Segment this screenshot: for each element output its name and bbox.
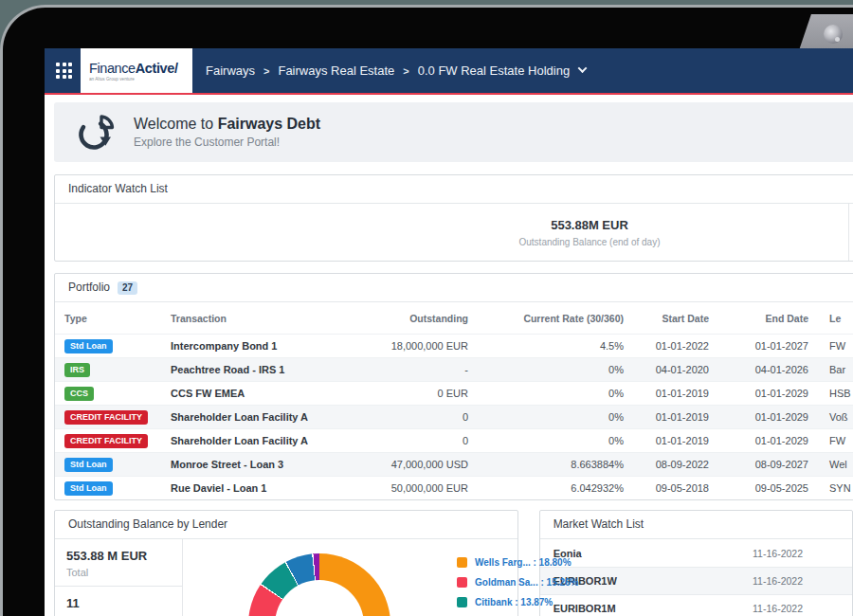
market-watch-list-card: Market Watch List Eonia11-16-2022EURIBOR…	[539, 510, 853, 616]
outstanding-value: 18,000,000 EUR	[351, 340, 468, 352]
table-row[interactable]: Std LoanRue Daviel - Loan 150,000,000 EU…	[55, 476, 853, 499]
legend-item[interactable]: Goldman Sa... : 15.26%	[457, 572, 578, 592]
transaction-name: CCS FW EMEA	[161, 388, 351, 399]
end-date: 04-01-2026	[709, 364, 808, 375]
lender-name: HSB	[808, 388, 853, 399]
lender-card-title: Outstanding Balance by Lender	[55, 511, 517, 539]
transaction-name: Shareholder Loan Facility A	[161, 435, 351, 446]
stat-divider	[55, 586, 182, 587]
legend-item[interactable]: Wells Farg... : 18.80%	[457, 553, 578, 572]
list-item[interactable]: EURIBOR1W11-16-2022	[540, 567, 852, 594]
end-date: 08-09-2027	[709, 459, 808, 470]
current-rate-value: 0%	[468, 435, 624, 446]
type-badge: CCS	[64, 387, 94, 401]
lender-name: Bar	[808, 364, 853, 375]
breadcrumb-item[interactable]: 0.0 FW Real Estate Holding	[418, 63, 570, 78]
lender-count: 11	[66, 596, 80, 610]
indicator-divider	[848, 204, 849, 261]
apps-grid-icon[interactable]	[56, 63, 72, 79]
market-index-date: 11-16-2022	[617, 575, 852, 587]
table-row[interactable]: CREDIT FACILITYShareholder Loan Facility…	[55, 405, 853, 428]
bezel-camera-panel	[793, 14, 853, 53]
portfolio-card: Portfolio 27 TypeTransactionOutstandingC…	[54, 273, 853, 500]
portfolio-column-header[interactable]: Start Date	[624, 313, 709, 324]
legend-item[interactable]: Citibank : 13.87%	[457, 592, 578, 612]
portfolio-count-badge: 27	[118, 281, 137, 295]
portfolio-column-header[interactable]: Le	[808, 313, 853, 324]
market-watch-list-body: Eonia11-16-2022EURIBOR1W11-16-2022EURIBO…	[540, 539, 852, 616]
chevron-down-icon[interactable]	[578, 63, 588, 73]
current-rate-value: 0%	[468, 411, 624, 423]
outstanding-balance-caption: Outstanding Balance (end of day)	[519, 237, 661, 247]
type-badge: Std Loan	[64, 458, 113, 472]
welcome-title: Welcome to Fairways Debt	[134, 116, 320, 133]
lender-stats-panel: 553.88 M EUR Total 11	[55, 539, 183, 616]
brand-tagline: an Altus Group venture	[89, 77, 164, 82]
lender-donut-chart[interactable]	[248, 553, 390, 616]
list-item[interactable]: Eonia11-16-2022	[540, 539, 852, 567]
type-badge: Std Loan	[64, 339, 113, 353]
transaction-name: Rue Daviel - Loan 1	[161, 482, 351, 494]
top-navbar: FinanceActive/ an Altus Group venture Fa…	[45, 48, 853, 93]
outstanding-balance-value: 553.88M EUR	[551, 218, 628, 232]
start-date: 01-01-2019	[624, 435, 709, 446]
indicator-watch-list-title: Indicator Watch List	[55, 175, 853, 204]
table-row[interactable]: Std LoanMonroe Street - Loan 347,000,000…	[55, 452, 853, 476]
transaction-name: Intercompany Bond 1	[161, 340, 351, 352]
portfolio-column-header[interactable]: Current Rate (30/360)	[468, 313, 624, 324]
outstanding-value: 0	[351, 435, 468, 446]
table-row[interactable]: IRSPeachtree Road - IRS 1-0%04-01-202004…	[55, 357, 853, 381]
welcome-text: Welcome to Fairways Debt Explore the Cus…	[134, 116, 320, 149]
legend-swatch-icon	[457, 577, 467, 588]
outstanding-value: 50,000,000 EUR	[351, 482, 468, 494]
portfolio-column-header[interactable]: Transaction	[161, 313, 351, 324]
breadcrumb: Fairways>Fairways Real Estate>0.0 FW Rea…	[206, 63, 586, 78]
bottom-section: Outstanding Balance by Lender 553.88 M E…	[45, 510, 853, 616]
outstanding-value: 0 EUR	[351, 388, 468, 399]
end-date: 09-05-2025	[709, 482, 808, 494]
camera-glint	[835, 37, 840, 42]
pie-chart-icon	[77, 114, 115, 152]
portfolio-title: Portfolio	[68, 274, 110, 301]
list-item[interactable]: EURIBOR1M11-16-2022	[540, 594, 852, 616]
portfolio-column-header[interactable]: End Date	[709, 313, 808, 324]
start-date: 01-01-2019	[624, 388, 709, 399]
welcome-subtitle: Explore the Customer Portal!	[134, 136, 320, 149]
table-row[interactable]: CREDIT FACILITYShareholder Loan Facility…	[55, 428, 853, 452]
end-date: 01-01-2029	[709, 435, 808, 446]
start-date: 01-01-2019	[624, 411, 709, 423]
breadcrumb-separator-icon: >	[403, 65, 408, 77]
current-rate-value: 6.042932%	[468, 482, 624, 494]
start-date: 09-05-2018	[624, 482, 709, 494]
breadcrumb-item[interactable]: Fairways	[206, 63, 255, 78]
portfolio-column-header[interactable]: Type	[55, 313, 161, 324]
lender-total-label: Total	[66, 567, 171, 578]
breadcrumb-item[interactable]: Fairways Real Estate	[278, 63, 394, 78]
indicator-watch-list-card: Indicator Watch List 553.88M EUR Outstan…	[54, 174, 853, 262]
legend-swatch-icon	[457, 557, 467, 568]
nav-accent-line	[45, 93, 853, 95]
type-badge: Std Loan	[64, 481, 113, 496]
table-row[interactable]: Std LoanIntercompany Bond 118,000,000 EU…	[55, 334, 853, 357]
transaction-name: Monroe Street - Loan 3	[161, 459, 351, 470]
market-index-date: 11-16-2022	[582, 548, 852, 559]
type-badge: IRS	[64, 363, 90, 377]
portfolio-table-header: TypeTransactionOutstandingCurrent Rate (…	[55, 302, 853, 334]
start-date: 04-01-2020	[624, 364, 709, 375]
end-date: 01-01-2027	[709, 340, 808, 352]
current-rate-value: 8.663884%	[468, 459, 624, 470]
indicator-body: 553.88M EUR Outstanding Balance (end of …	[55, 204, 853, 261]
portfolio-table-body: Std LoanIntercompany Bond 118,000,000 EU…	[55, 334, 853, 499]
outstanding-value: -	[351, 364, 468, 375]
outstanding-balance-by-lender-card: Outstanding Balance by Lender 553.88 M E…	[54, 510, 518, 616]
lender-name: Wel	[808, 459, 853, 470]
portfolio-column-header[interactable]: Outstanding	[351, 313, 468, 324]
current-rate-value: 0%	[468, 364, 624, 375]
finance-active-logo[interactable]: FinanceActive/ an Altus Group venture	[81, 48, 192, 93]
start-date: 01-01-2022	[624, 340, 709, 352]
legend-item[interactable]: JP Morgan : 13.15%	[457, 612, 578, 616]
lender-name: FW	[808, 435, 853, 446]
market-watch-list-title: Market Watch List	[540, 511, 852, 539]
transaction-name: Peachtree Road - IRS 1	[161, 364, 351, 375]
table-row[interactable]: CCSCCS FW EMEA0 EUR0%01-01-201901-01-202…	[55, 381, 853, 405]
